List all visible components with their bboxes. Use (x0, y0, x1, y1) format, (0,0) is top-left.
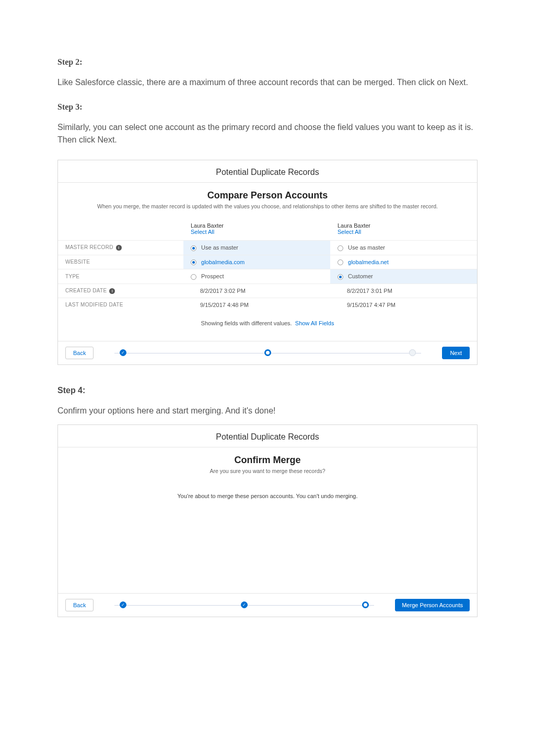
compare-footer: Back Next (58, 341, 477, 364)
next-button[interactable]: Next (442, 347, 470, 359)
progress-step-2 (264, 349, 271, 356)
cell-created-b: 8/2/2017 3:01 PM (330, 284, 477, 298)
row-website: WEBSITE globalmedia.com globalmedia.net (58, 255, 477, 269)
cell-modified-b: 9/15/2017 4:47 PM (330, 298, 477, 312)
progress-step-1 (120, 601, 126, 608)
select-all-b[interactable]: Select All (338, 229, 470, 235)
label-master-record: MASTER RECORD (65, 244, 113, 250)
row-last-modified: LAST MODIFIED DATE 9/15/2017 4:48 PM 9/1… (58, 298, 477, 312)
back-button[interactable]: Back (65, 599, 94, 611)
step4-heading: Step 4: (57, 386, 478, 395)
info-icon[interactable]: i (109, 288, 115, 294)
progress-indicator (94, 601, 395, 608)
step2-heading: Step 2: (57, 57, 478, 67)
progress-step-1 (120, 349, 126, 356)
confirm-message: You're about to merge these person accou… (58, 483, 477, 512)
label-last-modified: LAST MODIFIED DATE (58, 298, 183, 312)
cell-master-b[interactable]: Use as master (330, 241, 477, 255)
value-type-b: Customer (348, 273, 373, 279)
cell-created-a: 8/2/2017 3:02 PM (183, 284, 330, 298)
radio-icon[interactable] (191, 259, 196, 265)
radio-icon[interactable] (338, 274, 343, 280)
cell-website-b[interactable]: globalmedia.net (330, 255, 477, 269)
info-icon[interactable]: i (116, 245, 122, 251)
select-all-a[interactable]: Select All (191, 229, 323, 235)
value-website-b: globalmedia.net (348, 259, 389, 265)
cell-website-a[interactable]: globalmedia.com (183, 255, 330, 269)
cell-master-a[interactable]: Use as master (183, 241, 330, 255)
col-a-name: Laura Baxter (191, 222, 323, 229)
compare-panel: Potential Duplicate Records Compare Pers… (57, 160, 478, 365)
confirm-footer: Back Merge Person Accounts (58, 593, 477, 617)
radio-icon[interactable] (191, 274, 196, 280)
compare-section-title: Compare Person Accounts (58, 190, 477, 201)
panel-title: Potential Duplicate Records (58, 160, 477, 183)
showing-line: Showing fields with different values. Sh… (58, 312, 477, 341)
progress-step-3 (362, 601, 369, 608)
confirm-section-title: Confirm Merge (58, 455, 477, 466)
label-created-date: CREATED DATE (65, 288, 107, 293)
confirm-section-subtitle: Are you sure you want to merge these rec… (79, 468, 456, 474)
row-created-date: CREATED DATE i 8/2/2017 3:02 PM 8/2/2017… (58, 284, 477, 298)
step4-body: Confirm your options here and start merg… (57, 405, 478, 417)
panel-title-confirm: Potential Duplicate Records (58, 425, 477, 447)
back-button[interactable]: Back (65, 347, 94, 359)
step3-body: Similarly, you can select one account as… (57, 121, 478, 146)
progress-step-2 (241, 601, 248, 608)
show-all-fields-link[interactable]: Show All Fields (295, 320, 334, 326)
confirm-panel: Potential Duplicate Records Confirm Merg… (57, 424, 478, 617)
value-website-a: globalmedia.com (201, 259, 245, 265)
merge-button[interactable]: Merge Person Accounts (395, 599, 470, 611)
value-master-b: Use as master (348, 244, 385, 251)
cell-type-b[interactable]: Customer (330, 269, 477, 284)
row-type: TYPE Prospect Customer (58, 269, 477, 284)
label-website: WEBSITE (58, 255, 183, 269)
compare-table: Laura Baxter Select All Laura Baxter Sel… (58, 219, 477, 312)
value-type-a: Prospect (201, 273, 224, 279)
label-type: TYPE (58, 269, 183, 284)
step3-heading: Step 3: (57, 102, 478, 112)
radio-icon[interactable] (338, 245, 343, 251)
progress-indicator (94, 349, 442, 356)
cell-modified-a: 9/15/2017 4:48 PM (183, 298, 330, 312)
radio-icon[interactable] (338, 259, 343, 265)
step2-body: Like Salesforce classic, there are a max… (57, 76, 478, 89)
cell-type-a[interactable]: Prospect (183, 269, 330, 284)
radio-icon[interactable] (191, 245, 196, 251)
col-b-name: Laura Baxter (338, 222, 470, 229)
value-master-a: Use as master (201, 244, 238, 251)
compare-section-subtitle: When you merge, the master record is upd… (79, 203, 456, 209)
progress-step-3 (409, 349, 416, 356)
row-master-record: MASTER RECORD i Use as master Use as mas… (58, 241, 477, 255)
